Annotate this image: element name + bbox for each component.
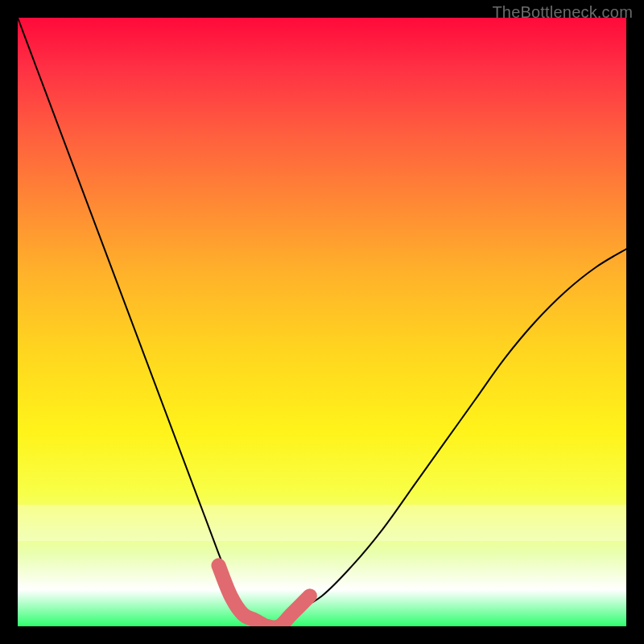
chart-frame: TheBottleneck.com — [0, 0, 644, 644]
highlight-band — [218, 565, 309, 626]
bottleneck-curve — [18, 18, 626, 626]
plot-area — [18, 18, 626, 626]
curve-layer — [18, 18, 626, 626]
watermark-text: TheBottleneck.com — [492, 3, 633, 22]
